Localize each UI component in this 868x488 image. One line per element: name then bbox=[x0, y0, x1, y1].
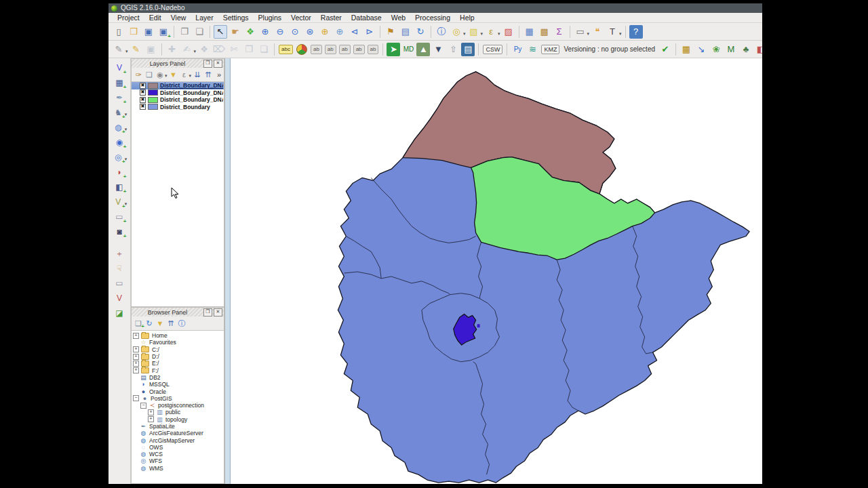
tree-item-f-[interactable]: +F:/ bbox=[133, 367, 224, 373]
add-raster-layer-icon[interactable]: ▦+ bbox=[113, 77, 126, 89]
filter-by-expression-icon[interactable]: ε bbox=[179, 69, 190, 80]
save-layer-edits-icon[interactable]: ▣ bbox=[144, 43, 158, 56]
layer-row[interactable]: ✖District_Boundary bbox=[132, 104, 224, 111]
zoom-to-selection-icon[interactable]: ⊕ bbox=[318, 25, 332, 39]
label-show-hide-icon[interactable]: ab bbox=[339, 45, 351, 54]
pan-to-selection-icon[interactable]: ❖ bbox=[243, 25, 257, 39]
save-project-as-icon[interactable]: ▣+ bbox=[157, 25, 170, 39]
layer-diagram-options-icon[interactable] bbox=[295, 43, 309, 56]
collapse-all-icon[interactable]: ⇈ bbox=[203, 69, 214, 80]
composer-manager-icon[interactable]: ❏ bbox=[193, 25, 206, 39]
run-feature-action-icon[interactable]: ◎ bbox=[450, 25, 463, 39]
tree-item-db2[interactable]: ▤DB2 bbox=[133, 374, 224, 381]
new-shapefile-layer-icon[interactable]: V+ bbox=[112, 196, 125, 209]
tree-item-arcgisfeatureserver[interactable]: ◍ArcGisFeatureServer bbox=[133, 430, 224, 436]
processing-plugin-icon[interactable]: ≋ bbox=[526, 43, 539, 56]
pin-labels-icon[interactable]: ☟ bbox=[113, 262, 126, 275]
delete-selected-icon[interactable]: ⌦ bbox=[212, 43, 226, 56]
help-icon[interactable]: ? bbox=[629, 25, 643, 39]
geometry-digitize-icon[interactable]: ◪ bbox=[113, 307, 126, 320]
tree-item-postgisconnection[interactable]: −≺postgisconnection bbox=[133, 402, 224, 409]
statistical-summary-icon[interactable]: Σ bbox=[553, 25, 566, 39]
menu-settings[interactable]: Settings bbox=[218, 14, 254, 22]
map-tips-icon[interactable]: ❝ bbox=[591, 25, 604, 39]
touch-zoom-tool-icon[interactable]: ↖ bbox=[214, 25, 227, 39]
plugin-md-icon[interactable]: MD bbox=[401, 43, 415, 56]
layer-row[interactable]: ✖District_Boundary_DNA... bbox=[132, 96, 224, 104]
plugin-green-icon[interactable]: ➤ bbox=[387, 43, 400, 56]
paste-features-icon[interactable]: ❏ bbox=[257, 43, 271, 56]
select-features-icon[interactable]: ▧ bbox=[467, 25, 481, 39]
collapse-all-browser-icon[interactable]: ⇈ bbox=[165, 318, 176, 329]
dropdown-arrow-icon[interactable]: ▾ bbox=[463, 31, 466, 37]
select-by-expression-icon[interactable]: ε bbox=[484, 25, 498, 39]
menu-view[interactable]: View bbox=[166, 14, 191, 22]
add-wfs-layer-icon[interactable]: ◎+ bbox=[112, 151, 125, 164]
menu-vector[interactable]: Vector bbox=[286, 14, 316, 22]
tree-item-topology[interactable]: +▥topology bbox=[133, 416, 224, 423]
tree-item-e-[interactable]: +E:/ bbox=[133, 360, 224, 367]
new-bookmark-icon[interactable]: ⚑ bbox=[384, 25, 397, 39]
zoom-last-icon[interactable]: ⊲ bbox=[348, 25, 361, 39]
node-tool-icon[interactable]: ✍ bbox=[180, 43, 194, 56]
dock-scrollbar[interactable] bbox=[224, 58, 231, 484]
versioning-check-icon[interactable]: ✔ bbox=[658, 43, 672, 56]
menu-plugins[interactable]: Plugins bbox=[254, 14, 286, 22]
labeling-options-icon[interactable]: ab bbox=[311, 45, 322, 54]
close-panel-icon[interactable]: ✕ bbox=[214, 308, 222, 317]
expander-icon[interactable]: + bbox=[133, 346, 139, 352]
grid-plugin-icon[interactable]: ▦ bbox=[679, 43, 693, 56]
add-wcs-layer-icon[interactable]: ◉+ bbox=[113, 136, 126, 149]
pan-map-tool-icon[interactable]: ☛ bbox=[229, 25, 242, 39]
scale-plugin-icon[interactable]: ↘ bbox=[694, 43, 708, 56]
open-project-icon[interactable]: ❒ bbox=[127, 25, 140, 39]
expander-icon[interactable]: + bbox=[148, 409, 154, 415]
layer-row[interactable]: ✖District_Boundary_DNA... bbox=[132, 82, 224, 89]
add-group-icon[interactable]: ❏ bbox=[144, 69, 155, 80]
text-annotation-icon[interactable]: T bbox=[606, 25, 619, 39]
offline-editing-icon[interactable]: ▭ bbox=[113, 277, 126, 290]
new-print-composer-icon[interactable]: ❐ bbox=[178, 25, 191, 39]
add-mssql-layer-icon[interactable]: ◧+ bbox=[113, 181, 126, 194]
zoom-in-tool-icon[interactable]: ⊕ bbox=[258, 25, 272, 39]
add-selected-layers-icon[interactable]: ❏+ bbox=[133, 318, 144, 329]
layer-checkbox[interactable]: ✖ bbox=[140, 104, 146, 110]
layer-labeling-options-icon[interactable]: abc bbox=[279, 45, 293, 54]
tree-item-wfs[interactable]: ◎WFS bbox=[133, 458, 224, 464]
tree-plugin-icon[interactable]: ♣ bbox=[739, 43, 753, 56]
menu-layer[interactable]: Layer bbox=[191, 14, 218, 22]
add-spatialite-layer-icon[interactable]: ✒+ bbox=[113, 92, 126, 104]
open-attribute-table-icon[interactable]: ▦ bbox=[523, 25, 536, 39]
tree-item-mssql[interactable]: ◗MSSQL bbox=[133, 381, 224, 388]
coordinate-capture-icon[interactable]: ＋ bbox=[113, 247, 126, 260]
expander-icon[interactable]: + bbox=[133, 333, 139, 339]
save-project-icon[interactable]: ▣ bbox=[142, 25, 155, 39]
new-project-icon[interactable]: ▯ bbox=[112, 25, 125, 39]
topology-checker-icon[interactable]: V bbox=[113, 292, 126, 305]
plugin-db-server-icon[interactable]: ▤ bbox=[461, 43, 475, 56]
move-feature-icon[interactable]: ❖ bbox=[197, 43, 211, 56]
float-panel-icon[interactable]: ❐ bbox=[203, 60, 212, 68]
manage-visibility-icon[interactable]: ◉ bbox=[155, 69, 165, 80]
overflow-icon[interactable]: » bbox=[214, 69, 224, 80]
tree-item-public[interactable]: +▥public bbox=[133, 409, 224, 415]
tree-item-d-[interactable]: +D:/ bbox=[133, 353, 224, 360]
browser-properties-icon[interactable]: ⓘ bbox=[176, 318, 187, 329]
add-wms-layer-icon[interactable]: ◍+ bbox=[112, 121, 125, 134]
tree-item-postgis[interactable]: −●PostGIS bbox=[133, 395, 224, 402]
tree-item-ows[interactable]: ◌OWS bbox=[133, 444, 224, 451]
new-geopackage-layer-icon[interactable]: ◙+ bbox=[113, 226, 126, 239]
zoom-full-extent-icon[interactable]: ⊛ bbox=[303, 25, 317, 39]
expander-icon[interactable]: + bbox=[133, 361, 139, 367]
zoom-out-tool-icon[interactable]: ⊖ bbox=[273, 25, 287, 39]
dropdown-arrow-icon[interactable]: ▾ bbox=[587, 31, 590, 37]
tree-item-oracle[interactable]: ●Oracle bbox=[133, 388, 224, 394]
refresh-browser-icon[interactable]: ↻ bbox=[144, 318, 155, 329]
expand-all-icon[interactable]: ⇊ bbox=[192, 69, 203, 80]
menu-project[interactable]: Project bbox=[113, 14, 144, 22]
layer-checkbox[interactable]: ✖ bbox=[140, 83, 146, 89]
dropdown-arrow-icon[interactable]: ▾ bbox=[498, 31, 500, 37]
copy-features-icon[interactable]: ❐ bbox=[242, 43, 256, 56]
tree-item-wcs[interactable]: ◍WCS bbox=[133, 451, 224, 458]
tree-item-wms[interactable]: ◍WMS bbox=[133, 465, 224, 472]
